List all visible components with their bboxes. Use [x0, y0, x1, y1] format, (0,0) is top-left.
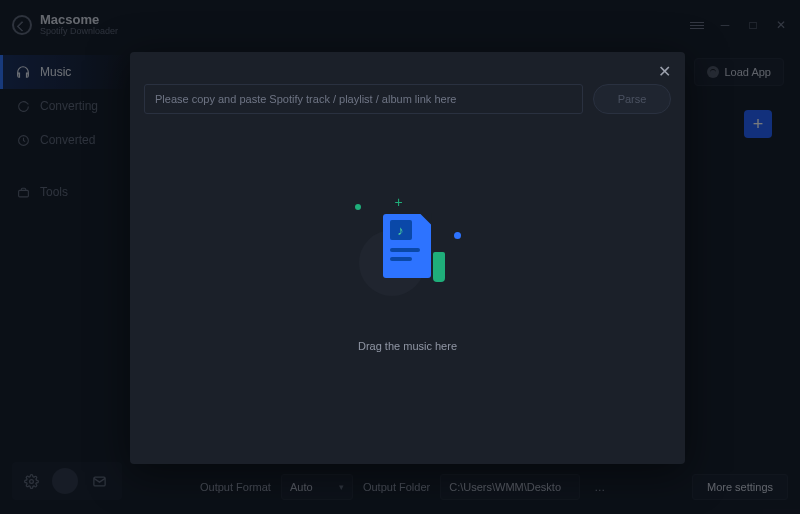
add-music-modal: ✕ Parse + ♪ Drag the music here	[130, 52, 685, 464]
app-window: Macsome Spotify Downloader ─ □ ✕ Music C…	[0, 0, 800, 514]
music-document-illustration: + ♪	[353, 202, 463, 302]
plus-decoration-icon: +	[395, 194, 403, 210]
parse-label: Parse	[618, 93, 647, 105]
drag-hint: Drag the music here	[358, 340, 457, 352]
close-icon: ✕	[658, 63, 671, 80]
url-input[interactable]	[144, 84, 583, 114]
music-note-icon: ♪	[397, 223, 404, 238]
parse-button[interactable]: Parse	[593, 84, 671, 114]
modal-close-button[interactable]: ✕	[658, 62, 671, 81]
drop-zone[interactable]: + ♪ Drag the music here	[130, 202, 685, 352]
